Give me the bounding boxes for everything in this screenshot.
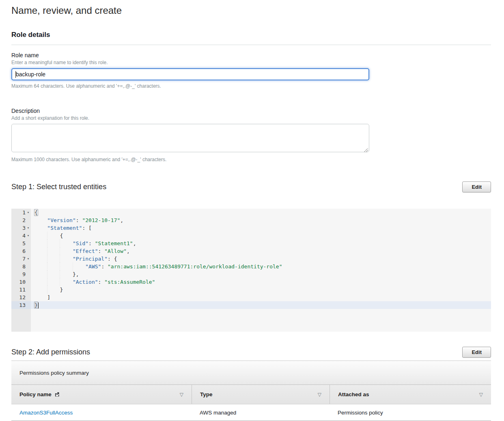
attached-as-column-label: Attached as — [338, 391, 369, 397]
code-line-text: "Action": "sts:AssumeRole" — [31, 278, 491, 286]
step1-edit-button[interactable]: Edit — [462, 181, 491, 192]
code-line[interactable]: 12 ] — [11, 294, 491, 301]
fold-caret-icon[interactable]: ▾ — [26, 209, 31, 216]
code-token — [34, 279, 73, 285]
line-number: 3 — [22, 224, 26, 232]
code-token: "Sid" — [73, 240, 88, 246]
code-filler — [31, 309, 491, 332]
editor-filler — [11, 309, 491, 332]
code-line[interactable]: 8 "AWS": "arn:aws:iam::541263489771:role… — [11, 263, 491, 270]
role-name-label: Role name — [11, 52, 491, 59]
table-row: AmazonS3FullAccessAWS managedPermissions… — [11, 404, 491, 421]
code-token: "Statement" — [47, 225, 82, 231]
column-header-attached-as[interactable]: Attached as ▽ — [330, 385, 491, 404]
code-line[interactable]: 9 }, — [11, 270, 491, 278]
code-line[interactable]: 3▾ "Statement": [ — [11, 224, 491, 232]
role-name-input-wrap — [11, 68, 369, 80]
code-token: , — [133, 240, 136, 246]
column-header-type[interactable]: Type ▽ — [192, 385, 330, 404]
line-number: 9 — [22, 270, 26, 278]
external-link-icon — [54, 392, 60, 397]
code-token: "2012-10-17" — [82, 217, 120, 223]
code-line-text: ] — [31, 294, 491, 301]
code-line-text: } — [31, 286, 491, 294]
code-token: }, — [34, 271, 79, 277]
fold-caret-icon[interactable]: ▾ — [26, 232, 31, 240]
role-details-heading: Role details — [11, 31, 491, 39]
role-name-help: Enter a meaningful name to identify this… — [11, 60, 491, 66]
code-line-text: "Effect": "Allow", — [31, 247, 491, 255]
code-token: { — [34, 233, 63, 239]
code-line[interactable]: 2 "Version": "2012-10-17", — [11, 216, 491, 224]
permissions-summary-panel-header: Permissions policy summary — [11, 361, 491, 385]
line-number-gutter: 2 — [11, 216, 31, 224]
description-help: Add a short explanation for this role. — [11, 115, 491, 121]
filter-icon[interactable]: ▽ — [479, 392, 483, 397]
trust-policy-editor[interactable]: 1▾{2 "Version": "2012-10-17",3▾ "Stateme… — [11, 209, 491, 332]
code-line[interactable]: 4▾ { — [11, 232, 491, 240]
code-token — [34, 256, 73, 262]
line-number-gutter: 5 — [11, 240, 31, 247]
code-token: "AWS" — [85, 263, 101, 270]
code-token — [34, 248, 73, 254]
step2-edit-button[interactable]: Edit — [462, 347, 491, 358]
fold-caret-icon[interactable]: ▾ — [26, 224, 31, 232]
line-number: 7 — [22, 255, 26, 263]
code-line-text: }, — [31, 270, 491, 278]
page-title: Name, review, and create — [11, 4, 491, 17]
line-number: 6 — [22, 247, 26, 255]
code-line-text: "Sid": "Statement1", — [31, 240, 491, 247]
line-number: 8 — [22, 263, 26, 270]
code-token: } — [34, 287, 63, 293]
step1-heading: Step 1: Select trusted entities — [11, 183, 106, 191]
code-line[interactable]: 6 "Effect": "Allow", — [11, 247, 491, 255]
code-token — [34, 225, 47, 231]
step1-header-row: Step 1: Select trusted entities Edit — [11, 181, 491, 192]
code-line[interactable]: 7▾ "Principal": { — [11, 255, 491, 263]
resize-handle-icon[interactable] — [364, 148, 368, 152]
permissions-table-body: AmazonS3FullAccessAWS managedPermissions… — [11, 404, 491, 421]
column-header-policy-name[interactable]: Policy name ▽ — [11, 385, 192, 404]
code-line-text: } — [31, 301, 491, 309]
role-name-hint: Maximum 64 characters. Use alphanumeric … — [11, 83, 491, 89]
editor-caret — [38, 302, 39, 309]
gutter-filler — [11, 309, 31, 332]
line-number: 4 — [22, 232, 26, 240]
code-line[interactable]: 11 } — [11, 286, 491, 294]
filter-icon[interactable]: ▽ — [318, 392, 321, 397]
code-lines: 1▾{2 "Version": "2012-10-17",3▾ "Stateme… — [11, 209, 491, 309]
policy-name-link[interactable]: AmazonS3FullAccess — [19, 410, 73, 416]
line-number-gutter: 4▾ — [11, 232, 31, 240]
code-token: "arn:aws:iam::541263489771:role/workload… — [108, 263, 282, 270]
code-line-text: "Principal": { — [31, 255, 491, 263]
code-token: , — [127, 248, 130, 254]
role-name-input[interactable] — [11, 68, 369, 80]
code-token: : — [76, 217, 82, 223]
filter-icon[interactable]: ▽ — [180, 392, 183, 397]
page: Name, review, and create Role details Ro… — [0, 0, 504, 421]
code-token: "sts:AssumeRole" — [104, 279, 155, 285]
line-number: 2 — [22, 216, 26, 224]
code-token: : [ — [82, 225, 91, 231]
code-token: : — [98, 248, 105, 254]
code-line[interactable]: 1▾{ — [11, 209, 491, 216]
code-line[interactable]: 10 "Action": "sts:AssumeRole" — [11, 278, 491, 286]
line-number: 5 — [22, 240, 26, 247]
fold-caret-icon[interactable]: ▾ — [26, 255, 31, 263]
description-wrap — [11, 124, 369, 154]
text-caret — [15, 71, 16, 78]
line-number-gutter: 3▾ — [11, 224, 31, 232]
code-line[interactable]: 13} — [11, 301, 491, 309]
policy-name-column-label: Policy name — [19, 391, 52, 397]
description-textarea[interactable] — [11, 124, 369, 152]
code-line[interactable]: 5 "Sid": "Statement1", — [11, 240, 491, 247]
code-line-text: "AWS": "arn:aws:iam::541263489771:role/w… — [31, 263, 491, 270]
permissions-summary-title: Permissions policy summary — [19, 370, 89, 376]
line-number-gutter: 1▾ — [11, 209, 31, 216]
line-number: 1 — [22, 209, 26, 216]
line-number-gutter: 10 — [11, 278, 31, 286]
description-label: Description — [11, 107, 491, 114]
code-token: "Allow" — [104, 248, 127, 254]
line-number-gutter: 9 — [11, 270, 31, 278]
code-line-text: { — [31, 232, 491, 240]
